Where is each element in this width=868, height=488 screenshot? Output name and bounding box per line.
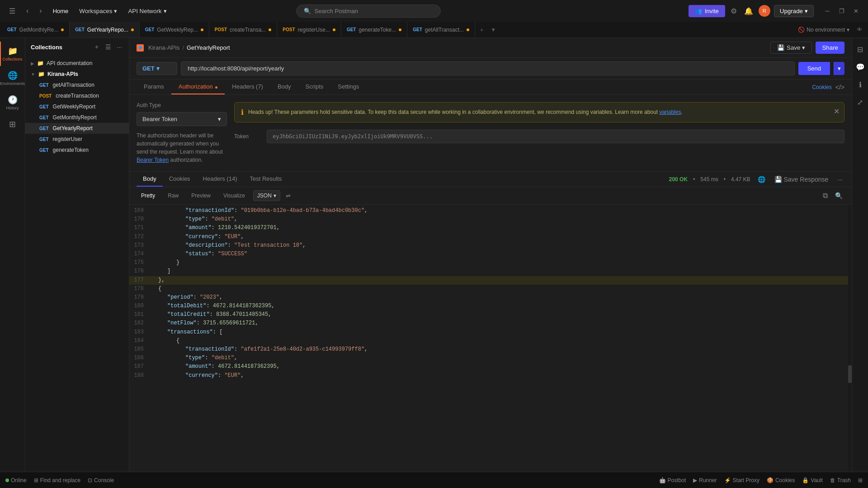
runner-button[interactable]: ▶ Runner	[693, 477, 717, 483]
workspaces-button[interactable]: Workspaces ▾	[75, 6, 121, 16]
collections-more-button[interactable]: ···	[115, 42, 123, 52]
send-dropdown[interactable]: ▾	[834, 62, 844, 75]
globe-icon[interactable]: 🌐	[756, 174, 767, 185]
save-button[interactable]: 💾 Save ▾	[770, 42, 812, 54]
tab-overflow-button[interactable]: ▾	[488, 26, 499, 33]
warning-close-button[interactable]: ✕	[834, 107, 840, 116]
forward-button[interactable]: ›	[36, 5, 45, 17]
tree-item-generatetoken[interactable]: GET generateToken	[25, 145, 129, 155]
tab-getalltransact[interactable]: GET getAllTransact...	[407, 22, 475, 38]
vault-button[interactable]: 🔒 Vault	[802, 477, 822, 483]
url-input[interactable]	[181, 61, 795, 75]
cookies-link[interactable]: Cookies	[812, 84, 831, 90]
nav-collections[interactable]: 📁 Collections	[0, 42, 25, 66]
format-type-select[interactable]: JSON ▾	[253, 190, 280, 201]
upgrade-button[interactable]: Upgrade ▾	[774, 5, 814, 17]
tab-scripts[interactable]: Scripts	[298, 80, 331, 94]
folder-icon: 📁	[38, 71, 45, 77]
add-collection-button[interactable]: ＋	[92, 42, 101, 52]
minimize-button[interactable]: ─	[821, 5, 834, 17]
search-bar[interactable]: 🔍 Search Postman	[296, 5, 441, 18]
warning-icon: ℹ	[241, 108, 244, 117]
right-info-icon[interactable]: ℹ	[852, 77, 868, 93]
collection-icon: 🔷	[137, 44, 144, 52]
right-panel-toggle[interactable]: ⊟	[852, 42, 868, 57]
nav-more[interactable]: ⊞	[0, 115, 25, 135]
code-view-button[interactable]: </>	[835, 84, 844, 91]
breadcrumb: 🔷 Kirana-APIs / GetYearlyReport 💾 Save ▾…	[129, 38, 852, 58]
settings-icon[interactable]: ⚙	[729, 5, 739, 17]
auth-section: Auth Type Bearer Token ▾ The authorizati…	[129, 95, 852, 172]
tab-settings[interactable]: Settings	[330, 80, 366, 94]
cookies-button[interactable]: 🍪 Cookies	[767, 477, 795, 483]
response-scrollbar[interactable]	[848, 205, 852, 472]
layout-options-button[interactable]: ⊞	[858, 477, 863, 483]
tab-getweeklyreport[interactable]: GET GetWeeklyRep...	[140, 22, 209, 38]
api-network-button[interactable]: API Network ▾	[124, 6, 170, 16]
invite-button[interactable]: 👥 Invite	[689, 5, 725, 17]
environment-options[interactable]: 👁	[853, 26, 866, 33]
fmt-preview[interactable]: Preview	[187, 191, 215, 201]
home-link[interactable]: Home	[53, 8, 69, 14]
save-response-button[interactable]: 💾 Save Response	[773, 174, 830, 185]
online-status[interactable]: Online	[5, 477, 27, 483]
notifications-icon[interactable]: 🔔	[742, 5, 755, 17]
method-select[interactable]: GET ▾	[137, 62, 177, 75]
nav-history[interactable]: 🕐 History	[0, 90, 25, 115]
trash-button[interactable]: 🗑 Trash	[830, 477, 851, 483]
collections-sort-button[interactable]: ☰	[104, 42, 113, 52]
menu-button[interactable]: ☰	[5, 5, 19, 17]
find-replace-button[interactable]: ⊞ Find and replace	[34, 477, 80, 483]
console-button[interactable]: ⊡ Console	[88, 477, 114, 483]
tab-getmonthlyreport[interactable]: GET GetMonthlyRe...	[2, 22, 70, 38]
tab-params[interactable]: Params	[137, 80, 171, 94]
tab-generatetoken[interactable]: GET generateToke...	[341, 22, 407, 38]
tab-getyearlyreport[interactable]: GET GetYearlyRepo...	[70, 22, 140, 38]
postbot-button[interactable]: 🤖 Postbot	[659, 477, 686, 483]
tree-item-api-docs[interactable]: ▶ 📁 API documentation	[25, 58, 129, 69]
tree-item-getalltransaction[interactable]: GET getAllTransaction	[25, 80, 129, 90]
tab-add-button[interactable]: ＋	[475, 26, 488, 34]
tree-item-getyearlyreport[interactable]: GET GetYearlyReport	[25, 123, 129, 134]
nav-environments[interactable]: 🌐 Environments	[0, 66, 25, 90]
no-environment[interactable]: 🚫 No environment ▾	[794, 27, 853, 33]
back-button[interactable]: ‹	[23, 5, 32, 17]
auth-type-select[interactable]: Bearer Token ▾	[137, 112, 227, 126]
send-button[interactable]: Send	[798, 62, 830, 75]
tree-item-createtransaction[interactable]: POST createTransaction	[25, 90, 129, 101]
response-time: 545 ms	[700, 176, 718, 183]
search-response-button[interactable]: 🔍	[833, 190, 844, 201]
filter-icon[interactable]: ⇌	[286, 192, 291, 199]
tab-registeruser[interactable]: POST registerUse...	[277, 22, 341, 38]
res-tab-headers[interactable]: Headers (14)	[197, 172, 244, 187]
right-comments-icon[interactable]: 💬	[852, 59, 868, 75]
res-tab-body[interactable]: Body	[137, 172, 163, 187]
tab-body[interactable]: Body	[270, 80, 298, 94]
tree-item-kirana[interactable]: ▼ 📁 Kirana-APIs	[25, 69, 129, 80]
fmt-pretty[interactable]: Pretty	[137, 191, 160, 201]
tab-headers[interactable]: Headers (7)	[225, 80, 270, 94]
fmt-raw[interactable]: Raw	[163, 191, 183, 201]
collections-title: Collections	[31, 44, 90, 51]
tab-createtransaction[interactable]: POST createTransa...	[209, 22, 278, 38]
token-input[interactable]	[267, 130, 844, 143]
breadcrumb-collection[interactable]: Kirana-APIs	[148, 44, 179, 51]
json-content[interactable]: 169 "transactionId": "019b0bba-b12e-4bad…	[129, 205, 852, 472]
share-button[interactable]: Share	[816, 42, 844, 54]
res-tab-cookies[interactable]: Cookies	[163, 172, 197, 187]
start-proxy-button[interactable]: ⚡ Start Proxy	[724, 477, 760, 483]
maximize-button[interactable]: ❐	[835, 5, 848, 17]
avatar[interactable]: R	[759, 5, 770, 17]
right-panel-expand-icon[interactable]: ⤢	[852, 94, 868, 110]
response-more-button[interactable]: ···	[835, 174, 844, 185]
tree-item-registeruser[interactable]: GET registerUser	[25, 134, 129, 145]
folder-icon: 📁	[37, 60, 44, 66]
copy-response-button[interactable]: ⧉	[821, 190, 830, 202]
tree-item-getweeklyreport[interactable]: GET GetWeeklyReport	[25, 101, 129, 112]
res-tab-test-results[interactable]: Test Results	[243, 172, 288, 187]
fmt-visualize[interactable]: Visualize	[219, 191, 250, 201]
right-actions: 👥 Invite ⚙ 🔔 R Upgrade ▾ ─ ❐ ✕	[689, 5, 863, 17]
tab-authorization[interactable]: Authorization	[171, 80, 225, 94]
close-button[interactable]: ✕	[850, 5, 863, 17]
tree-item-getmonthlyreport[interactable]: GET GetMonthlyReport	[25, 112, 129, 123]
